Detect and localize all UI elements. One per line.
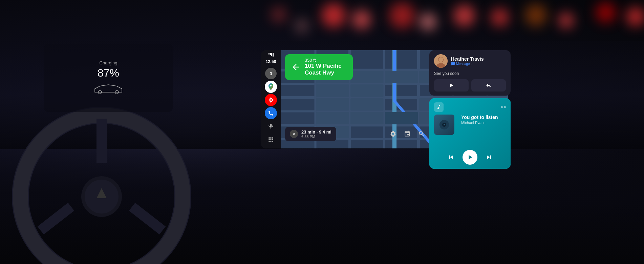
music-header bbox=[434, 102, 506, 112]
signal-area bbox=[269, 53, 274, 57]
route-button[interactable] bbox=[401, 128, 413, 140]
message-card: Heather Travis Messages See you soon bbox=[429, 50, 511, 96]
eta-main: 23 min · 9.4 mi bbox=[301, 129, 331, 135]
nav-instruction: 350 ft 101 W PacificCoast Hwy bbox=[305, 58, 342, 77]
music-card: You got to listen Michael Evans bbox=[429, 98, 511, 169]
next-track-button[interactable] bbox=[483, 151, 495, 163]
message-text: See you soon bbox=[434, 71, 506, 76]
svg-line-4 bbox=[132, 207, 163, 230]
svg-point-50 bbox=[438, 57, 443, 62]
sender-name: Heather Travis bbox=[451, 56, 506, 62]
charging-label: Charging bbox=[100, 60, 117, 65]
album-art bbox=[434, 115, 454, 135]
svg-rect-38 bbox=[350, 98, 383, 111]
music-dots bbox=[501, 106, 506, 108]
music-info-row: You got to listen Michael Evans bbox=[434, 115, 506, 136]
prev-track-button[interactable] bbox=[445, 151, 457, 163]
nav-sidebar: 12:58 3 bbox=[261, 50, 281, 148]
svg-line-3 bbox=[41, 207, 71, 230]
steering-wheel-svg bbox=[7, 102, 196, 264]
back-number-icon[interactable]: 3 bbox=[264, 67, 278, 80]
svg-point-12 bbox=[270, 99, 272, 101]
eta-card: ✕ 23 min · 9.4 mi 6:58 PM bbox=[285, 127, 336, 141]
music-artist: Michael Evans bbox=[461, 121, 506, 125]
right-panel: Heather Travis Messages See you soon bbox=[429, 50, 511, 169]
svg-rect-32 bbox=[350, 71, 383, 83]
nav-street: 101 W PacificCoast Hwy bbox=[305, 63, 342, 77]
reply-message-button[interactable] bbox=[471, 79, 506, 92]
svg-rect-33 bbox=[316, 84, 349, 97]
eta-close-button[interactable]: ✕ bbox=[290, 130, 298, 138]
svg-point-53 bbox=[444, 124, 445, 125]
nav-banner: 350 ft 101 W PacificCoast Hwy bbox=[285, 54, 353, 80]
play-pause-button[interactable] bbox=[463, 150, 477, 165]
time-display: 12:58 bbox=[266, 59, 276, 64]
message-app-label: Messages bbox=[451, 62, 506, 66]
music-app-icon bbox=[434, 102, 444, 112]
message-actions bbox=[434, 79, 506, 92]
svg-rect-34 bbox=[350, 84, 383, 97]
play-message-button[interactable] bbox=[434, 79, 469, 92]
message-info: Heather Travis Messages bbox=[451, 56, 506, 66]
music-controls bbox=[434, 150, 506, 165]
svg-rect-37 bbox=[316, 98, 349, 111]
vehicle-dashboard: Charging 87% bbox=[44, 44, 173, 112]
background-scene: Charging 87% 12:58 3 bbox=[0, 0, 644, 264]
search-map-button[interactable] bbox=[415, 128, 428, 140]
google-maps-icon[interactable] bbox=[264, 81, 278, 93]
music-title: You got to listen bbox=[461, 115, 506, 120]
car-silhouette bbox=[91, 82, 125, 96]
eta-info: 23 min · 9.4 mi 6:58 PM bbox=[301, 129, 331, 139]
apps-grid-icon[interactable] bbox=[264, 133, 278, 146]
youtube-music-icon[interactable] bbox=[264, 94, 278, 106]
nav-turn-arrow bbox=[291, 62, 301, 73]
contact-avatar bbox=[434, 54, 448, 68]
nav-distance: 350 ft bbox=[305, 58, 342, 63]
eta-arrival: 6:58 PM bbox=[301, 135, 331, 139]
message-header: Heather Travis Messages bbox=[434, 54, 506, 68]
charge-percent: 87% bbox=[98, 67, 119, 79]
phone-icon[interactable] bbox=[264, 107, 278, 119]
microphone-icon[interactable] bbox=[264, 120, 278, 133]
svg-rect-35 bbox=[385, 71, 418, 83]
settings-button[interactable] bbox=[387, 128, 399, 140]
music-track-info: You got to listen Michael Evans bbox=[461, 115, 506, 125]
music-card-content: You got to listen Michael Evans bbox=[434, 102, 506, 165]
